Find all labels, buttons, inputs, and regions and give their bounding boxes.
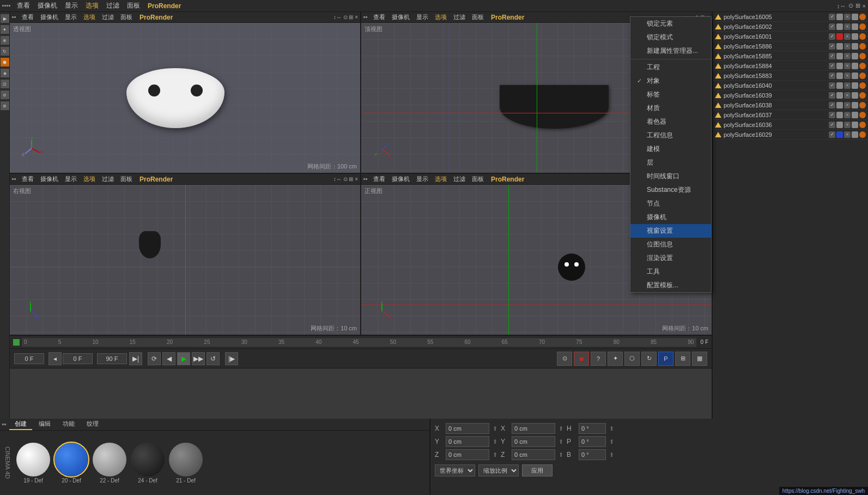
obj-item-16005[interactable]: polySurface16005 ✓ ✕ [713, 12, 868, 22]
vp2-display[interactable]: 显示 [414, 13, 431, 22]
record-btn[interactable]: ⏺ [574, 352, 589, 366]
current-frame-input[interactable] [14, 353, 44, 364]
vp3-filter[interactable]: 过滤 [99, 174, 117, 184]
play-back-btn[interactable]: ⟳ [148, 352, 161, 365]
end-frame-input[interactable] [97, 353, 127, 364]
mat-ball-blue[interactable] [54, 443, 88, 476]
coord-z-pos[interactable] [446, 449, 489, 460]
vp1-panel[interactable]: 面板 [118, 13, 135, 22]
vp2-view[interactable]: 查看 [371, 13, 388, 22]
scale-mode-select[interactable]: 缩放比例 [478, 464, 519, 476]
mat-ball-dgray[interactable] [169, 443, 203, 476]
vp1-view[interactable]: 查看 [19, 13, 37, 22]
grid-btn[interactable]: ⊞ [675, 352, 690, 366]
obj-item-16039[interactable]: polySurface16039 ✓ ✕ [713, 90, 868, 100]
tool-rotate[interactable]: ↻ [1, 47, 9, 56]
coord-z-rot[interactable] [512, 449, 555, 460]
coord-b-val[interactable] [579, 449, 606, 460]
menu-view1[interactable]: 查看 [14, 0, 33, 11]
play-forward-btn[interactable]: ▶ [177, 352, 190, 365]
coord-h-val[interactable] [579, 423, 606, 434]
vp4-filter[interactable]: 过滤 [451, 174, 468, 184]
step-back-btn[interactable]: ◀ [162, 352, 175, 365]
tool-5[interactable]: ◈ [1, 69, 9, 77]
goto-end-btn[interactable]: |▶ [225, 352, 238, 365]
vp4-options[interactable]: 选项 [432, 174, 450, 184]
close-icon[interactable]: × [863, 3, 866, 9]
vp4-camera[interactable]: 摄像机 [389, 174, 412, 184]
obj-item-16037[interactable]: polySurface16037 ✓ ✕ [713, 110, 868, 120]
obj-item-16038[interactable]: polySurface16038 ✓ ✕ [713, 100, 868, 110]
record-icon[interactable]: ⊙ [557, 352, 572, 366]
menu-panel1[interactable]: 面板 [124, 0, 143, 11]
motion-icon[interactable]: P [658, 352, 673, 366]
vp1-prorender[interactable]: ProRender [136, 13, 176, 22]
mat-tab-create[interactable]: 创建 [9, 419, 32, 430]
vp3-camera[interactable]: 摄像机 [38, 174, 61, 184]
help-icon[interactable]: ? [591, 352, 606, 366]
menu-filter1[interactable]: 过滤 [103, 0, 123, 11]
obj-item-16002[interactable]: polySurface16002 ✓ ✕ [713, 22, 868, 32]
vp3-panel[interactable]: 面板 [118, 174, 135, 184]
obj-item-16029[interactable]: polySurface16029 ✓ ✕ [713, 130, 868, 140]
viewport-perspective-canvas[interactable]: 透视图 [10, 23, 360, 173]
apply-button[interactable]: 应用 [522, 464, 553, 476]
vp4-view[interactable]: 查看 [371, 174, 388, 184]
vp3-options[interactable]: 选项 [81, 174, 98, 184]
coord-y-rot[interactable] [512, 436, 555, 447]
start-frame-input[interactable] [63, 353, 93, 364]
tool-orange[interactable]: ⬢ [1, 58, 9, 67]
sort-icon[interactable]: ↕↔ [837, 3, 846, 9]
tool-6[interactable]: ⊡ [1, 80, 9, 88]
vp3-prorender[interactable]: ProRender [136, 174, 176, 184]
vp3-view[interactable]: 查看 [19, 174, 37, 184]
play-end-btn[interactable]: ▶| [129, 352, 142, 365]
play-end2-btn[interactable]: ↺ [207, 352, 220, 365]
vp2-options[interactable]: 选项 [432, 13, 450, 22]
coord-system-select[interactable]: 世界坐标 [435, 464, 475, 476]
menu-prorender1[interactable]: ProRender [144, 1, 184, 11]
vp2-panel[interactable]: 面板 [469, 13, 487, 22]
vp4-prorender[interactable]: ProRender [488, 174, 527, 184]
vp4-display[interactable]: 显示 [414, 174, 431, 184]
target-icon[interactable]: ⊙ [848, 2, 853, 9]
tool-select[interactable]: ▶ [1, 14, 9, 23]
obj-item-16036[interactable]: polySurface16036 ✓ ✕ [713, 120, 868, 130]
frame-step-back[interactable]: ◂ [48, 352, 62, 365]
mat-tab-edit[interactable]: 编辑 [33, 419, 56, 430]
timeline-track[interactable]: 051015 20253035 40455055 60657075 808590 [22, 338, 696, 347]
vp1-display[interactable]: 显示 [62, 13, 80, 22]
coord-p-val[interactable] [579, 436, 606, 447]
vp1-camera[interactable]: 摄像机 [38, 13, 61, 22]
coord-y-pos[interactable] [446, 436, 489, 447]
mat-tab-function[interactable]: 功能 [57, 419, 80, 430]
mat-ball-black[interactable] [131, 443, 165, 476]
mat-tab-texture[interactable]: 纹理 [81, 419, 104, 430]
obj-item-15883[interactable]: polySurface15883 ✓ ✕ [713, 71, 868, 81]
step-forward-btn[interactable]: ▶▶ [192, 352, 205, 365]
obj-item-15884[interactable]: polySurface15884 ✓ ✕ [713, 61, 868, 71]
tool-7[interactable]: ⊘ [1, 90, 9, 99]
coord-x-pos[interactable] [446, 423, 489, 434]
vp1-options[interactable]: 选项 [81, 13, 98, 22]
tool-scale[interactable]: ⊕ [1, 36, 9, 45]
menu-options1[interactable]: 选项 [82, 0, 102, 11]
vp2-filter[interactable]: 过滤 [451, 13, 468, 22]
mat-ball-white[interactable] [16, 443, 50, 476]
obj-item-16040[interactable]: polySurface16040 ✓ ✕ [713, 81, 868, 90]
obj-item-16001[interactable]: polySurface16001 ✓ ✕ [713, 32, 868, 41]
keyframe-icon[interactable]: ⬡ [624, 352, 640, 366]
vp2-camera[interactable]: 摄像机 [389, 13, 412, 22]
obj-item-15885[interactable]: polySurface15885 ✓ ✕ [713, 51, 868, 61]
vp3-display[interactable]: 显示 [62, 174, 80, 184]
loop-icon[interactable]: ↻ [641, 352, 657, 366]
coord-x-rot[interactable] [512, 423, 555, 434]
viewport-right-canvas[interactable]: 右视图 Y Z [10, 185, 360, 335]
mat-ball-gray[interactable] [93, 443, 126, 476]
grid-icon[interactable]: ⊞ [855, 2, 860, 9]
timeline-cross[interactable]: ✦ [608, 352, 623, 366]
vp1-filter[interactable]: 过滤 [99, 13, 117, 22]
film-icon[interactable]: ▦ [692, 352, 707, 366]
menu-camera1[interactable]: 摄像机 [34, 0, 60, 11]
vp2-prorender[interactable]: ProRender [488, 13, 527, 22]
